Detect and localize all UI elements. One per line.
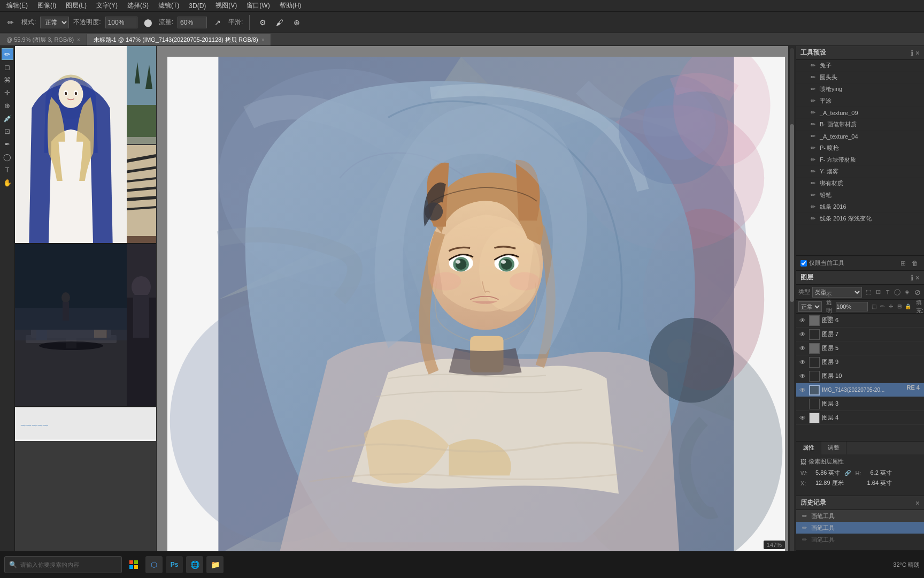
menu-layer[interactable]: 图层(L) [61,0,91,11]
settings-icon[interactable]: ⚙ [256,16,269,29]
preset-9[interactable]: ✏ Y- 烟雾 [796,166,924,178]
layer-row-6[interactable]: 👁 图层 6 [796,314,924,328]
menu-filter[interactable]: 滤镜(T) [154,0,183,11]
taskbar-chrome-icon[interactable]: 🌐 [186,556,203,573]
tab-1-close[interactable]: × [77,37,80,43]
preset-7[interactable]: ✏ P- 喷枪 [796,142,924,154]
brush-tool-btn[interactable]: ✏ [2,48,13,60]
layer-row-img[interactable]: 👁 IMG_7143(20220705-20... [796,383,924,397]
taskbar-start[interactable] [125,556,142,573]
menu-image[interactable]: 图像(I) [33,0,60,11]
lock-artboard-icon[interactable]: ⊟ [896,303,903,310]
props-link-icon[interactable]: 🔗 [844,470,851,476]
layer-row-10[interactable]: 👁 图层 10 [796,369,924,383]
menu-select[interactable]: 选择(S) [123,0,153,11]
preset-6[interactable]: ✏ _A_texture_04 [796,131,924,142]
opacity-input[interactable] [105,17,137,28]
layers-close[interactable]: × [915,273,920,282]
filter-toggle[interactable]: ⊘ [913,288,922,296]
only-current-tool-checkbox[interactable] [800,260,807,267]
layer-4-eye[interactable]: 👁 [798,414,807,422]
history-row-1[interactable]: ✏ 画笔工具 [796,522,924,534]
tab-2-close[interactable]: × [261,37,265,43]
layer-5-eye[interactable]: 👁 [798,344,807,353]
blend-mode-select[interactable]: 正常 [40,17,69,28]
crop-tool-btn[interactable]: ⊡ [2,125,13,137]
brush-tool-icon[interactable]: ✏ [4,16,17,29]
tool-presets-info[interactable]: ℹ [911,49,913,57]
menu-edit[interactable]: 编辑(E) [2,0,32,11]
taskbar-icon-1[interactable]: ⬡ [145,556,163,573]
preset-4[interactable]: ✏ _A_texture_09 [796,107,924,119]
lock-transparent-icon[interactable]: ⬚ [870,303,877,310]
layers-type-select[interactable]: 类型 [812,287,862,298]
menu-view[interactable]: 视图(V) [211,0,241,11]
taskbar-folder-icon[interactable]: 📁 [206,556,224,573]
lasso-tool-btn[interactable]: ⌘ [2,74,13,86]
preset-13[interactable]: ✏ 线条 2016 深浅变化 [796,213,924,225]
history-close[interactable]: × [915,499,920,507]
lock-all-icon[interactable]: 🔒 [904,303,912,310]
search-bar[interactable]: 🔍 请输入你要搜索的内容 [4,556,122,573]
layer-row-5[interactable]: 👁 图层 5 [796,341,924,355]
history-row-0[interactable]: ✏ 画笔工具 [796,510,924,522]
canvas-area[interactable]: 147% [157,46,796,565]
preset-0[interactable]: ✏ 兔子 [796,60,924,72]
eraser-tool-btn[interactable]: ◻ [2,61,13,73]
layer-row-9[interactable]: 👁 图层 9 [796,355,924,369]
layer-7-eye[interactable]: 👁 [798,330,807,339]
layer-10-eye[interactable]: 👁 [798,372,807,381]
filter-smart-icon[interactable]: ◈ [903,288,911,296]
brush-icon-2[interactable]: 🖌 [273,16,286,29]
preset-3[interactable]: ✏ 平涂 [796,95,924,107]
preset-11[interactable]: ✏ 铅笔 [796,189,924,201]
zoom-tool-btn[interactable]: ⊕ [2,100,13,111]
symmetry-icon[interactable]: ⊛ [290,16,303,29]
layer-7-thumb [809,329,820,340]
menu-text[interactable]: 文字(Y) [92,0,122,11]
shape-tool-btn[interactable]: ◯ [2,151,13,163]
layer-9-eye[interactable]: 👁 [798,358,807,367]
tab-1[interactable]: @ 55.9% (图层 3, RGB/8) × [0,34,87,45]
filter-type-icon[interactable]: T [883,288,892,296]
layers-info[interactable]: ℹ [911,273,913,282]
trash-preset-icon[interactable]: 🗑 [910,258,920,268]
layer-6-eye[interactable]: 👁 [798,316,807,325]
hand-tool-btn[interactable]: ✋ [2,177,13,188]
vertical-scrollbar[interactable] [788,46,796,558]
layer-3-eye[interactable] [798,400,807,408]
tab-2[interactable]: 未标题-1 @ 147% (IMG_7143(20220705-201128) … [87,34,272,45]
menu-window[interactable]: 窗口(W) [242,0,274,11]
layer-row-4[interactable]: 👁 图层 4 [796,411,924,425]
move-tool-btn[interactable]: ✛ [2,87,13,98]
layer-opacity-input[interactable] [836,302,868,311]
filter-adj-icon[interactable]: ⊡ [874,288,882,296]
preset-8-icon: ✏ [809,156,817,164]
menu-3d[interactable]: 3D(D) [184,1,210,11]
filter-shape-icon[interactable]: ◯ [893,288,902,296]
taskbar-ps-icon[interactable]: Ps [166,556,183,573]
preset-5[interactable]: ✏ B- 画笔带材质 [796,119,924,131]
pen-tool-btn[interactable]: ✒ [2,138,13,150]
preset-10[interactable]: ✏ 绑有材质 [796,178,924,189]
layer-row-3[interactable]: 图层 3 [796,397,924,411]
new-group-icon[interactable]: ⊞ [898,258,908,268]
layer-blend-mode-select[interactable]: 正常 [798,301,822,312]
lock-pixels-icon[interactable]: ✏ [879,303,886,310]
tool-presets-close[interactable]: × [915,49,920,57]
eyedropper-tool-btn[interactable]: 💉 [2,112,13,124]
props-tab-adjustments[interactable]: 调整 [821,442,846,454]
layer-row-7[interactable]: 👁 图层 7 [796,328,924,341]
size-input[interactable] [178,17,207,28]
preset-8[interactable]: ✏ F- 方块带材质 [796,154,924,166]
props-tab-properties[interactable]: 属性 [796,442,821,454]
layer-img-eye[interactable]: 👁 [798,386,807,394]
filter-pixel-icon[interactable]: ⬚ [864,288,873,296]
preset-12[interactable]: ✏ 线条 2016 [796,201,924,213]
menu-help[interactable]: 帮助(H) [275,0,306,11]
type-tool-btn[interactable]: T [2,164,13,176]
history-row-2[interactable]: ✏ 画笔工具 [796,534,924,545]
preset-2[interactable]: ✏ 喷枪ying [796,83,924,95]
lock-position-icon[interactable]: ✛ [887,303,895,310]
preset-1[interactable]: ✏ 圆头头 [796,72,924,83]
